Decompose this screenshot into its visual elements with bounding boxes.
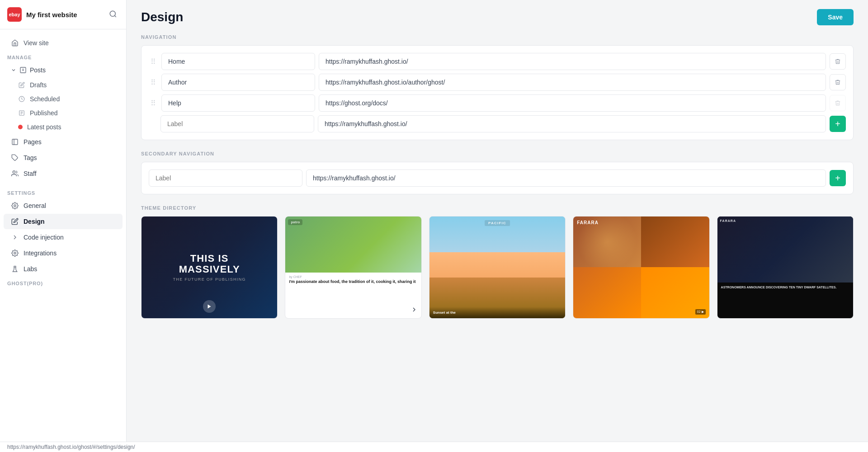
design-label: Design xyxy=(24,218,45,225)
main-content: Design Save NAVIGATION ⠿ xyxy=(127,0,868,452)
sidebar-item-pages[interactable]: Pages xyxy=(4,134,123,150)
nav-label-author[interactable] xyxy=(161,74,315,91)
clock-icon xyxy=(18,95,25,103)
theme-play-button[interactable] xyxy=(203,300,216,313)
food-theme-title: I'm passionate about food, the tradition… xyxy=(289,279,417,285)
trash-icon xyxy=(835,100,841,106)
drag-handle-author[interactable]: ⠿ xyxy=(149,76,158,89)
svg-point-14 xyxy=(14,252,16,254)
integrations-label: Integrations xyxy=(24,250,57,257)
food-theme-text: by CHEF I'm passionate about food, the t… xyxy=(285,273,421,287)
sidebar-item-general[interactable]: General xyxy=(4,198,123,213)
labs-icon xyxy=(11,265,19,273)
sidebar-item-view-site[interactable]: View site xyxy=(4,35,123,51)
nav-label-new[interactable] xyxy=(160,115,314,132)
sidebar-item-tags[interactable]: Tags xyxy=(4,150,123,165)
theme-farara[interactable]: FARARA 02 ▶ xyxy=(573,216,709,319)
nav-url-new[interactable] xyxy=(318,115,826,132)
add-secondary-nav-button[interactable]: + xyxy=(830,170,846,186)
svg-point-12 xyxy=(13,171,15,173)
drag-handle-home[interactable]: ⠿ xyxy=(149,56,158,68)
pages-label: Pages xyxy=(24,138,42,146)
svg-point-13 xyxy=(14,205,16,207)
general-label: General xyxy=(24,202,46,209)
code-injection-label: Code injection xyxy=(24,234,64,241)
nav-row-home: ⠿ xyxy=(149,53,846,70)
delete-help-button[interactable] xyxy=(830,95,846,111)
farara-grid xyxy=(573,217,709,318)
nav-row-help: ⠿ xyxy=(149,94,846,112)
secondary-nav-label-input[interactable] xyxy=(149,170,302,187)
theme-directory-section: THEME DIRECTORY THIS ISMASSIVELY THE FUT… xyxy=(141,205,854,319)
food-theme-logo: patro xyxy=(288,219,302,225)
nav-label-home[interactable] xyxy=(161,53,315,70)
sidebar-navigation: View site MANAGE Posts xyxy=(0,29,126,293)
sidebar-item-posts[interactable]: Posts xyxy=(4,62,123,78)
theme-massively[interactable]: THIS ISMASSIVELY THE FUTURE OF PUBLISHIN… xyxy=(141,216,278,319)
food-theme-arrow[interactable] xyxy=(410,306,418,315)
nav-label-help[interactable] xyxy=(161,94,315,112)
theme-news[interactable]: FARARA ASTRONOMERS ANNOUNCE DISCOVERING … xyxy=(717,216,854,319)
sidebar-item-design[interactable]: Design xyxy=(4,214,123,229)
status-url: https://ramykhuffash.ghost.io/ghost/#/se… xyxy=(7,444,135,450)
delete-home-button[interactable] xyxy=(830,53,846,70)
posts-subnav: Drafts Scheduled Published xyxy=(0,78,126,134)
pacific-title: Sunset at the xyxy=(433,311,561,315)
secondary-nav-row: + xyxy=(149,170,846,187)
staff-icon xyxy=(11,170,19,178)
secondary-nav-card: + xyxy=(141,162,854,194)
secondary-nav-url-input[interactable] xyxy=(306,170,826,187)
sidebar-item-published[interactable]: Published xyxy=(11,106,123,120)
tag-icon xyxy=(11,154,19,162)
sidebar-item-code-injection[interactable]: Code injection xyxy=(4,230,123,245)
nav-url-home[interactable] xyxy=(319,53,826,70)
sidebar: ebay My first website View site MANAGE xyxy=(0,0,127,452)
drag-handle-help[interactable]: ⠿ xyxy=(149,97,158,109)
brand: ebay My first website xyxy=(7,7,77,22)
nav-row-new: + xyxy=(149,115,846,132)
settings-section-label: SETTINGS xyxy=(0,187,126,198)
sidebar-item-staff[interactable]: Staff xyxy=(4,166,123,181)
navigation-section-label: NAVIGATION xyxy=(141,34,854,40)
staff-label: Staff xyxy=(24,170,37,177)
pacific-overlay: Sunset at the xyxy=(429,307,565,318)
status-bar: https://ramykhuffash.ghost.io/ghost/#/se… xyxy=(0,442,868,452)
theme-massively-title: THIS ISMASSIVELY xyxy=(173,253,245,275)
drafts-label: Drafts xyxy=(30,81,47,89)
sidebar-item-latest-posts[interactable]: Latest posts xyxy=(11,120,123,134)
svg-marker-16 xyxy=(208,304,211,308)
delete-author-button[interactable] xyxy=(830,74,846,90)
tags-label: Tags xyxy=(24,154,37,161)
page-title: Design xyxy=(141,10,183,24)
ghost-pro-label: GHOST(PRO) xyxy=(0,277,126,288)
sidebar-item-scheduled[interactable]: Scheduled xyxy=(11,92,123,106)
farara-logo: FARARA xyxy=(577,220,599,225)
sidebar-item-labs[interactable]: Labs xyxy=(4,261,123,277)
search-button[interactable] xyxy=(107,8,119,21)
brand-logo: ebay xyxy=(7,7,22,22)
red-dot-icon xyxy=(18,125,23,129)
svg-point-0 xyxy=(110,11,115,16)
theme-massively-sub: THE FUTURE OF PUBLISHING xyxy=(173,277,245,282)
chevron-down-icon xyxy=(11,67,16,73)
posts-label: Posts xyxy=(30,66,46,74)
theme-directory-label: THEME DIRECTORY xyxy=(141,205,854,211)
trash-icon xyxy=(835,58,841,65)
news-text-area: ASTRONOMERS ANNOUNCE DISCOVERING TEN TIN… xyxy=(717,282,853,292)
navigation-section: NAVIGATION ⠿ ⠿ xyxy=(141,34,854,140)
nav-url-help[interactable] xyxy=(319,94,826,112)
svg-rect-9 xyxy=(12,139,18,145)
sidebar-item-drafts[interactable]: Drafts xyxy=(11,78,123,92)
add-nav-item-button[interactable]: + xyxy=(830,116,846,132)
play-icon xyxy=(207,304,212,309)
general-gear-icon xyxy=(11,202,19,210)
posts-icon xyxy=(19,66,27,74)
save-button[interactable]: Save xyxy=(817,9,854,25)
pacific-logo: pacific xyxy=(485,220,510,226)
themes-grid: THIS ISMASSIVELY THE FUTURE OF PUBLISHIN… xyxy=(141,216,854,319)
nav-url-author[interactable] xyxy=(319,74,826,91)
latest-posts-label: Latest posts xyxy=(27,123,61,131)
sidebar-item-integrations[interactable]: Integrations xyxy=(4,245,123,261)
theme-food[interactable]: patro by CHEF I'm passionate about food,… xyxy=(285,216,421,319)
theme-pacific[interactable]: pacific Sunset at the xyxy=(429,216,566,319)
